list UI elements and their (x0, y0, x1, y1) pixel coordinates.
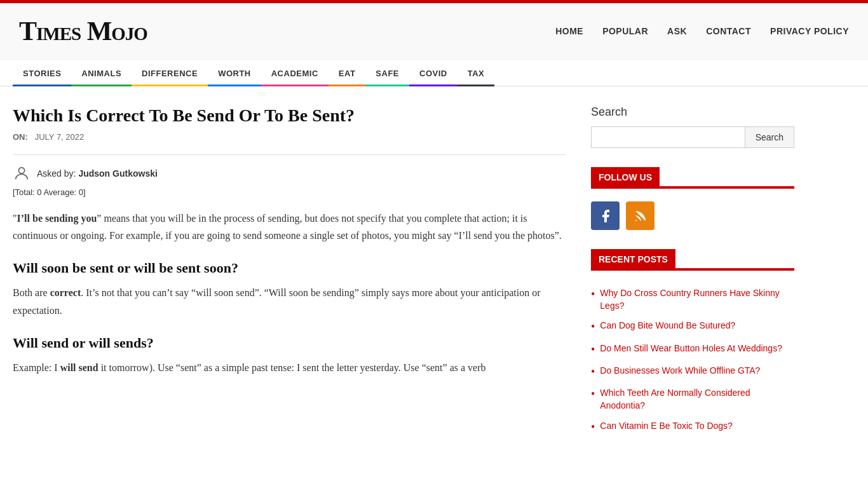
recent-post-link[interactable]: Which Teeth Are Normally Considered Anod… (600, 387, 794, 412)
article-meta: ON: JULY 7, 2022 (13, 132, 566, 142)
recent-post-item: Can Dog Bite Wound Be Sutured? (591, 316, 794, 338)
cat-safe[interactable]: SAFE (365, 60, 409, 86)
cat-animals[interactable]: ANIMALS (71, 60, 132, 86)
section2-heading: Will soon be sent or will be sent soon? (13, 260, 566, 276)
recent-post-item: Do Men Still Wear Button Holes At Weddin… (591, 339, 794, 361)
cat-stories[interactable]: STORIES (13, 60, 71, 86)
recent-post-item: Do Businesses Work While Offline GTA? (591, 361, 794, 383)
person-icon (13, 165, 31, 182)
search-section: Search Search (591, 105, 794, 148)
search-row: Search (591, 126, 794, 148)
article-intro: "I’ll be sending you” means that you wil… (13, 210, 566, 244)
section3-bold1: will send (60, 362, 98, 373)
follow-heading-bar: FOLLOW US (591, 167, 794, 189)
cat-worth[interactable]: WORTH (208, 60, 261, 86)
nav-item-ask[interactable]: ASK (667, 25, 687, 37)
meta-on-label: ON: (13, 132, 28, 142)
section3-text2: it tomorrow). Use “sent” as a simple pas… (98, 362, 486, 373)
author-row: Asked by: Judson Gutkowski (13, 165, 566, 182)
cat-academic[interactable]: ACADEMIC (261, 60, 329, 86)
heading-line (660, 186, 794, 187)
recent-posts-list: Why Do Cross Country Runners Have Skinny… (591, 283, 794, 438)
author-text: Asked by: Judson Gutkowski (37, 168, 158, 179)
svg-point-0 (18, 168, 24, 173)
recent-post-link[interactable]: Do Businesses Work While Offline GTA? (600, 365, 760, 377)
section3-heading: Will send or will sends? (13, 335, 566, 351)
search-button[interactable]: Search (745, 126, 794, 148)
nav-item-contact[interactable]: CONTACT (706, 25, 751, 37)
site-logo[interactable]: Times Mojo (19, 16, 147, 46)
recent-post-link[interactable]: Why Do Cross Country Runners Have Skinny… (600, 287, 794, 312)
cat-covid[interactable]: COVID (409, 60, 458, 86)
sidebar: Search Search FOLLOW US (591, 105, 794, 458)
facebook-icon (598, 208, 613, 224)
nav-item-home[interactable]: HOME (555, 25, 583, 37)
recent-posts-heading: RECENT POSTS (591, 249, 675, 269)
author-name: Judson Gutkowski (78, 168, 157, 179)
follow-heading: FOLLOW US (591, 167, 660, 187)
nav-item-privacy[interactable]: PRIVACY POLICY (770, 25, 849, 37)
rating-text: [Total: 0 Average: 0] (13, 187, 566, 197)
rss-button[interactable] (626, 201, 654, 230)
main-nav-list: HOME POPULAR ASK CONTACT PRIVACY POLICY (555, 25, 849, 37)
category-nav: STORIES ANIMALS DIFFERENCE WORTH ACADEMI… (0, 60, 868, 86)
article-divider (13, 154, 566, 155)
section2-body: Both are correct. It’s not that you can’… (13, 284, 566, 318)
meta-date: JULY 7, 2022 (35, 132, 85, 142)
facebook-button[interactable] (591, 201, 620, 230)
site-header: Times Mojo HOME POPULAR ASK CONTACT PRIV… (0, 3, 868, 60)
section2-text2: . It’s not that you can’t say “will soon… (13, 287, 541, 315)
nav-item-popular[interactable]: POPULAR (602, 25, 648, 37)
recent-posts-section: RECENT POSTS Why Do Cross Country Runner… (591, 249, 794, 438)
social-icons (591, 201, 794, 230)
cat-eat[interactable]: EAT (329, 60, 366, 86)
search-label: Search (591, 105, 794, 119)
recent-post-link[interactable]: Can Vitamin E Be Toxic To Dogs? (600, 420, 733, 433)
cat-tax[interactable]: TAX (458, 60, 495, 86)
bold-phrase-1: I’ll be sending you (17, 213, 97, 224)
section3-body: Example: I will send it tomorrow). Use “… (13, 359, 566, 376)
search-input[interactable] (591, 126, 745, 148)
section3-text1: Example: I (13, 362, 60, 373)
recent-post-item: Which Teeth Are Normally Considered Anod… (591, 383, 794, 416)
recent-posts-heading-bar: RECENT POSTS (591, 249, 794, 271)
main-content: Which Is Correct To Be Send Or To Be Sen… (13, 105, 566, 458)
main-nav: HOME POPULAR ASK CONTACT PRIVACY POLICY (555, 25, 849, 37)
recent-post-link[interactable]: Do Men Still Wear Button Holes At Weddin… (600, 342, 782, 355)
cat-difference[interactable]: DIFFERENCE (132, 60, 208, 86)
follow-section: FOLLOW US (591, 167, 794, 230)
rss-icon (633, 208, 648, 224)
section2-bold1: correct (50, 287, 81, 298)
page-wrapper: Which Is Correct To Be Send Or To Be Sen… (0, 86, 868, 477)
section2-text1: Both are (13, 287, 50, 298)
recent-post-item: Why Do Cross Country Runners Have Skinny… (591, 283, 794, 316)
recent-post-item: Can Vitamin E Be Toxic To Dogs? (591, 416, 794, 438)
svg-point-1 (635, 220, 637, 221)
article-title: Which Is Correct To Be Send Or To Be Sen… (13, 105, 566, 126)
recent-post-link[interactable]: Can Dog Bite Wound Be Sutured? (600, 320, 735, 332)
heading-line-2 (675, 268, 794, 269)
